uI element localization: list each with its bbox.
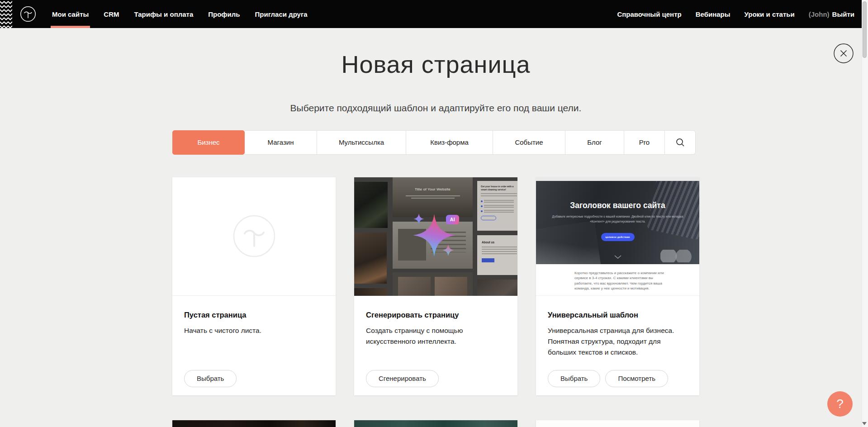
secondary-menu: Справочный центр Вебинары Уроки и статьи… [617,0,854,28]
universal-template-preview: Заголовок вашего сайта Добавьте интересн… [536,177,699,296]
choose-button[interactable]: Выбрать [184,370,237,387]
decor-cups [660,250,697,262]
nav-profile[interactable]: Профиль [208,0,240,28]
card-description: Создать страницу с помощью искусственног… [366,325,488,347]
card-body: Сгенерировать страницу Создать страницу … [354,296,517,395]
card-body: Пустая страница Начать с чистого листа. … [172,296,336,395]
template-card-partial[interactable] [354,420,517,427]
tab-event[interactable]: Событие [493,130,565,155]
view-button[interactable]: Посмотреть [605,370,668,387]
preview-cta-button: целевое действие [601,233,635,241]
scrollbar-thumb[interactable] [863,1,867,58]
tab-shop[interactable]: Магазин [245,130,317,155]
nav-crm[interactable]: CRM [104,0,119,28]
decor-laptop [536,221,602,264]
template-cards-row: Пустая страница Начать с чистого листа. … [172,177,699,395]
zigzag-pattern [0,0,12,28]
card-description: Начать с чистого листа. [184,325,324,336]
tab-quiz-form[interactable]: Квиз-форма [406,130,493,155]
close-icon [833,43,854,64]
preview-hero: Заголовок вашего сайта Добавьте интересн… [536,181,699,264]
decor-shirt-stripes [646,181,699,240]
nav-logout[interactable]: (John) Выйти [809,0,854,28]
chevron-down-icon [614,255,621,259]
preview-body-text: Коротко представьтесь и расскажите о ком… [574,270,669,291]
main-menu: Мои сайты CRM Тарифы и оплата Профиль Пр… [52,0,308,28]
tab-search[interactable] [665,130,696,155]
tilda-logo[interactable] [20,6,36,22]
card-actions: Сгенерировать [366,370,439,387]
new-page-dialog: Новая страница Выберите подходящий шабло… [172,28,699,427]
decor-strip [536,177,699,181]
nav-my-sites-label: Мои сайты [52,10,89,18]
blank-page-preview [172,177,336,296]
category-tabs: Бизнес Магазин Мультиссылка Квиз-форма С… [172,130,696,155]
nav-webinars[interactable]: Вебинары [696,0,730,28]
card-actions: Выбрать Посмотреть [548,370,668,387]
preview-subtext: Добавьте интересные подробности о вашей … [550,214,686,224]
nav-help-center[interactable]: Справочный центр [617,0,681,28]
choose-button[interactable]: Выбрать [548,370,600,387]
tilda-logo-icon [20,6,36,22]
tab-blog[interactable]: Блог [565,130,624,155]
template-card-partial[interactable] [536,420,699,427]
scrollbar-down-arrow[interactable] [862,422,867,425]
ai-preview-collage: Title of Your Website Get your house in … [354,177,517,296]
nav-my-sites[interactable]: Мои сайты [52,0,89,28]
template-card-ai[interactable]: Title of Your Website Get your house in … [354,177,517,395]
card-body: Универсальный шаблон Универсальная стран… [536,296,699,395]
card-title: Сгенерировать страницу [366,296,506,319]
template-card-partial[interactable] [172,420,336,427]
tab-multilink[interactable]: Мультиссылка [317,130,406,155]
username: (John) [809,10,830,18]
active-nav-underline [51,26,90,28]
ai-sparkles-icon [354,177,517,296]
generate-button[interactable]: Сгенерировать [366,370,439,387]
card-title: Универсальный шаблон [548,296,688,319]
help-button[interactable]: ? [827,391,853,417]
tilda-watermark-icon [232,214,276,258]
card-title: Пустая страница [184,296,324,319]
page-title: Новая страница [172,50,699,79]
preview-heading: Заголовок вашего сайта [536,201,699,210]
top-navbar: Мои сайты CRM Тарифы и оплата Профиль Пр… [0,0,868,28]
nav-invite-friend[interactable]: Пригласи друга [255,0,307,28]
logout-label: Выйти [832,10,854,18]
template-card-blank[interactable]: Пустая страница Начать с чистого листа. … [172,177,336,395]
nav-lessons[interactable]: Уроки и статьи [745,0,795,28]
nav-tariffs[interactable]: Тарифы и оплата [134,0,193,28]
template-card-universal[interactable]: Заголовок вашего сайта Добавьте интересн… [536,177,699,395]
tab-business[interactable]: Бизнес [172,130,245,155]
ai-badge: AI [446,215,459,224]
preview-body-section: Коротко представьтесь и расскажите о ком… [536,264,699,296]
close-button[interactable] [833,43,854,64]
card-description: Универсальная страница для бизнеса. Поня… [548,325,688,358]
card-actions: Выбрать [184,370,237,387]
scrollbar[interactable] [862,0,868,427]
zigzag-icon [0,0,12,28]
tab-pro[interactable]: Pro [624,130,665,155]
search-icon [676,138,685,147]
template-cards-row-partial [172,420,699,427]
page-subtitle: Выберите подходящий шаблон и адаптируйте… [172,103,699,114]
